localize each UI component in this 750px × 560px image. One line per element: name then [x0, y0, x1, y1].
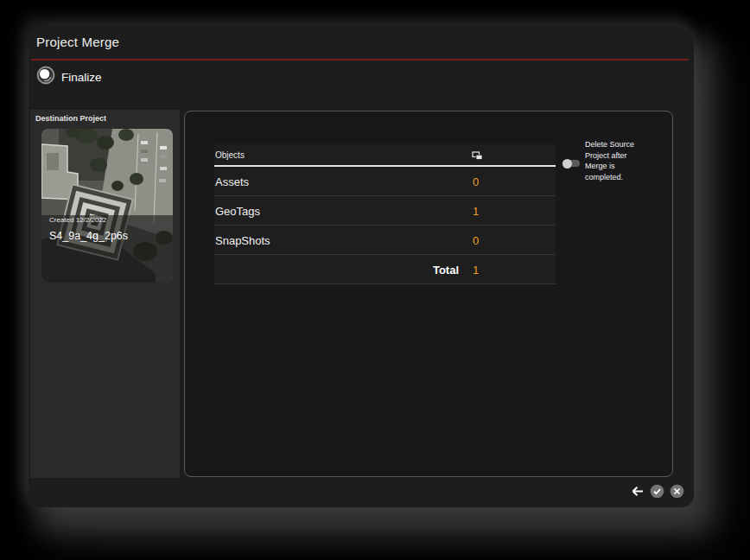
project-merge-dialog: Project Merge Finalize Destination Proje… [29, 26, 694, 507]
row-value: 0 [473, 175, 479, 188]
row-label: Assets [215, 175, 249, 188]
red-divider [31, 59, 689, 60]
project-created-date: Created 12/2/2022 [49, 216, 106, 224]
footer-actions [629, 483, 685, 500]
merge-summary-panel: Objects Assets 0 GeoTags 1 SnapShots [184, 111, 673, 477]
delete-source-toggle-label: Delete Source Project after Merge is com… [585, 139, 639, 182]
table-row-geotags[interactable]: GeoTags 1 [214, 196, 556, 226]
finalize-label: Finalize [61, 71, 102, 84]
table-row-total: Total 1 [214, 255, 556, 284]
finalize-step: Finalize [36, 67, 102, 87]
confirm-check-icon[interactable] [649, 483, 665, 500]
row-label: GeoTags [215, 205, 260, 218]
project-name: S4_9a_4g_2p6s [49, 230, 128, 242]
destination-project-panel: Destination Project [30, 110, 180, 478]
row-label: SnapShots [215, 234, 270, 247]
stacked-objects-icon [472, 150, 483, 165]
row-value: 0 [473, 234, 479, 247]
table-row-assets[interactable]: Assets 0 [214, 167, 556, 196]
destination-project-card[interactable]: Created 12/2/2022 S4_9a_4g_2p6s [41, 129, 173, 283]
destination-project-label: Destination Project [35, 114, 106, 123]
delete-source-toggle[interactable] [562, 156, 582, 170]
objects-table-header: Objects [214, 144, 556, 165]
table-row-snapshots[interactable]: SnapShots 0 [214, 226, 556, 255]
cancel-x-icon[interactable] [669, 483, 685, 500]
row-value: 1 [473, 205, 479, 218]
total-label: Total [433, 264, 459, 277]
thumbnail-dark-overlay [41, 215, 173, 283]
objects-column-header: Objects [215, 150, 245, 160]
finalize-step-icon [36, 66, 55, 88]
toggle-knob [562, 159, 572, 169]
total-value: 1 [473, 264, 479, 277]
objects-table: Objects Assets 0 GeoTags 1 SnapShots [214, 144, 556, 284]
back-arrow-icon[interactable] [629, 483, 645, 500]
dialog-title: Project Merge [36, 35, 119, 49]
